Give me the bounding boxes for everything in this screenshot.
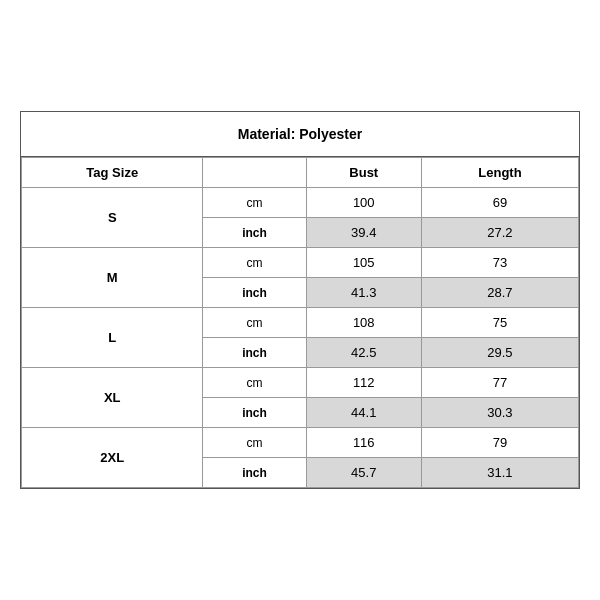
bust-cm: 112 bbox=[306, 368, 421, 398]
bust-inch: 45.7 bbox=[306, 458, 421, 488]
unit-cm: cm bbox=[203, 188, 306, 218]
bust-cm: 108 bbox=[306, 308, 421, 338]
tag-size-cell: M bbox=[22, 248, 203, 308]
length-inch: 30.3 bbox=[421, 398, 578, 428]
unit-inch: inch bbox=[203, 338, 306, 368]
unit-cm: cm bbox=[203, 368, 306, 398]
header-length: Length bbox=[421, 158, 578, 188]
bust-cm: 116 bbox=[306, 428, 421, 458]
unit-cm: cm bbox=[203, 248, 306, 278]
size-table: Tag Size Bust Length S cm 100 69 inch 39… bbox=[21, 157, 579, 488]
length-inch: 31.1 bbox=[421, 458, 578, 488]
tag-size-cell: L bbox=[22, 308, 203, 368]
length-cm: 77 bbox=[421, 368, 578, 398]
header-empty bbox=[203, 158, 306, 188]
tag-size-cell: S bbox=[22, 188, 203, 248]
size-chart-container: Material: Polyester Tag Size Bust Length… bbox=[20, 111, 580, 489]
length-cm: 79 bbox=[421, 428, 578, 458]
length-cm: 75 bbox=[421, 308, 578, 338]
bust-inch: 39.4 bbox=[306, 218, 421, 248]
unit-cm: cm bbox=[203, 428, 306, 458]
length-inch: 29.5 bbox=[421, 338, 578, 368]
bust-inch: 44.1 bbox=[306, 398, 421, 428]
length-inch: 27.2 bbox=[421, 218, 578, 248]
length-cm: 69 bbox=[421, 188, 578, 218]
chart-title: Material: Polyester bbox=[21, 112, 579, 157]
table-row: XL cm 112 77 bbox=[22, 368, 579, 398]
bust-cm: 100 bbox=[306, 188, 421, 218]
bust-inch: 42.5 bbox=[306, 338, 421, 368]
tag-size-cell: 2XL bbox=[22, 428, 203, 488]
header-tag-size: Tag Size bbox=[22, 158, 203, 188]
unit-inch: inch bbox=[203, 398, 306, 428]
header-bust: Bust bbox=[306, 158, 421, 188]
table-row: 2XL cm 116 79 bbox=[22, 428, 579, 458]
unit-inch: inch bbox=[203, 278, 306, 308]
unit-cm: cm bbox=[203, 308, 306, 338]
bust-inch: 41.3 bbox=[306, 278, 421, 308]
bust-cm: 105 bbox=[306, 248, 421, 278]
length-cm: 73 bbox=[421, 248, 578, 278]
unit-inch: inch bbox=[203, 458, 306, 488]
length-inch: 28.7 bbox=[421, 278, 578, 308]
unit-inch: inch bbox=[203, 218, 306, 248]
table-row: M cm 105 73 bbox=[22, 248, 579, 278]
tag-size-cell: XL bbox=[22, 368, 203, 428]
table-row: L cm 108 75 bbox=[22, 308, 579, 338]
table-row: S cm 100 69 bbox=[22, 188, 579, 218]
